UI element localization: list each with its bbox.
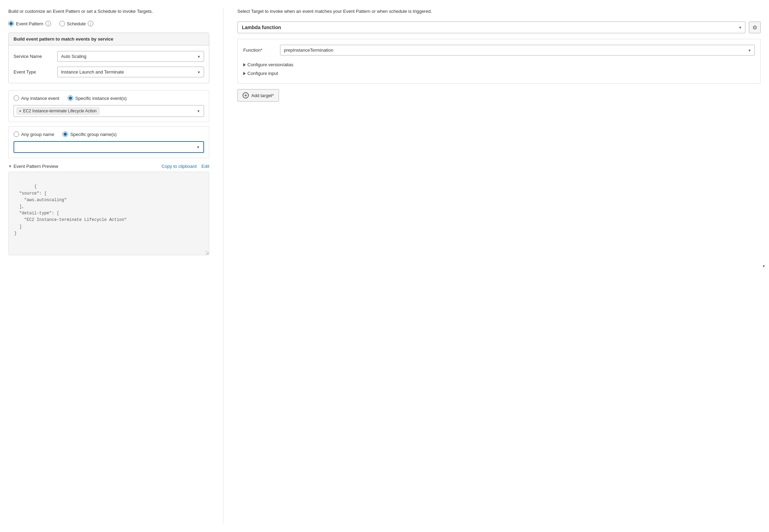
any-group-radio-label[interactable]: Any group name (14, 131, 54, 137)
target-row: Lambda function SQS Queue SNS Topic Kine… (237, 22, 761, 33)
service-name-label: Service Name (14, 54, 52, 59)
target-settings-button[interactable]: ⚙ (749, 22, 761, 33)
function-select-wrapper: prepInstanceTermination ▼ (280, 45, 755, 55)
pattern-preview-title-group: ▼ Event Pattern Preview (8, 164, 58, 169)
schedule-radio-label[interactable]: Schedule i (59, 21, 93, 26)
event-type-select[interactable]: Instance Launch and Terminate (57, 67, 204, 77)
configure-version-triangle-icon (243, 63, 246, 67)
lambda-config-box: Function* prepInstanceTermination ▼ Conf… (237, 39, 761, 84)
resize-handle-icon: ⌟ (205, 247, 208, 254)
configure-input-triangle-icon (243, 72, 246, 75)
add-target-plus-icon: + (243, 92, 249, 98)
source-radio-group: Event Pattern i Schedule i (8, 21, 209, 26)
configure-input-label: Configure input (247, 71, 278, 76)
event-pattern-radio-label[interactable]: Event Pattern i (8, 21, 51, 26)
required-star: * (261, 48, 262, 53)
pattern-preview-header: ▼ Event Pattern Preview Copy to clipboar… (8, 164, 209, 169)
right-panel: Select Target to invoke when an event ma… (223, 8, 761, 524)
any-group-label: Any group name (21, 132, 54, 137)
group-name-section: Any group name Specific group name(s) ▼ (8, 126, 209, 158)
schedule-radio[interactable] (59, 21, 65, 26)
event-type-label: Event Type (14, 69, 52, 75)
schedule-info-icon[interactable]: i (88, 21, 93, 26)
left-section-desc: Build or customize an Event Pattern or s… (8, 8, 209, 15)
settings-gear-icon: ⚙ (752, 24, 757, 31)
configure-version-label: Configure version/alias (247, 62, 293, 67)
instance-event-radio-group: Any instance event Specific instance eve… (14, 95, 204, 101)
event-pattern-radio[interactable] (8, 21, 14, 26)
target-type-select[interactable]: Lambda function SQS Queue SNS Topic Kine… (237, 22, 745, 33)
add-target-label: Add target* (251, 93, 274, 98)
build-pattern-body: Service Name Auto Scaling ▼ Event Type I… (9, 45, 209, 83)
copy-to-clipboard-button[interactable]: Copy to clipboard (161, 164, 196, 169)
specific-instance-radio-label[interactable]: Specific instance event(s) (68, 95, 127, 101)
function-select[interactable]: prepInstanceTermination (280, 45, 755, 55)
service-name-row: Service Name Auto Scaling ▼ (14, 51, 204, 62)
pattern-preview-chevron-icon[interactable]: ▼ (8, 164, 12, 168)
configure-version-row[interactable]: Configure version/alias (243, 60, 755, 69)
any-instance-radio[interactable] (14, 95, 19, 101)
service-name-select-wrapper: Auto Scaling ▼ (57, 51, 204, 62)
specific-group-label: Specific group name(s) (70, 132, 117, 137)
build-pattern-box: Build event pattern to match events by s… (8, 33, 209, 83)
service-name-select[interactable]: Auto Scaling (57, 51, 204, 62)
build-pattern-header-title: Build event pattern to match events by s… (14, 36, 113, 42)
target-select-wrapper: Lambda function SQS Queue SNS Topic Kine… (237, 22, 745, 33)
specific-group-radio-label[interactable]: Specific group name(s) (62, 131, 117, 137)
schedule-label: Schedule (67, 21, 86, 26)
configure-input-row[interactable]: Configure input (243, 69, 755, 78)
event-pattern-label: Event Pattern (16, 21, 43, 26)
specific-instance-label: Specific instance event(s) (75, 96, 127, 101)
specific-group-radio[interactable] (62, 131, 68, 137)
event-pattern-code-box: { "source": [ "aws.autoscaling" ], "deta… (8, 172, 209, 255)
instance-event-tag-select[interactable]: × EC2 Instance-terminate Lifecycle Actio… (14, 105, 204, 117)
function-label: Function* (243, 48, 274, 53)
instance-event-section: Any instance event Specific instance eve… (8, 90, 209, 122)
event-pattern-info-icon[interactable]: i (45, 21, 51, 26)
function-row: Function* prepInstanceTermination ▼ (243, 45, 755, 55)
specific-group-arrow-icon: ▼ (196, 145, 200, 149)
group-name-radio-group: Any group name Specific group name(s) (14, 131, 204, 137)
left-panel: Build or customize an Event Pattern or s… (8, 8, 223, 524)
any-instance-radio-label[interactable]: Any instance event (14, 95, 59, 101)
edit-button[interactable]: Edit (202, 164, 209, 169)
tag-select-arrow-icon: ▼ (197, 109, 200, 113)
event-type-select-wrapper: Instance Launch and Terminate ▼ (57, 67, 204, 77)
any-group-radio[interactable] (14, 131, 19, 137)
specific-group-select[interactable]: ▼ (14, 141, 204, 153)
tag-remove-icon[interactable]: × (19, 109, 21, 113)
right-section-desc: Select Target to invoke when an event ma… (237, 8, 761, 15)
specific-instance-radio[interactable] (68, 95, 73, 101)
event-type-row: Event Type Instance Launch and Terminate… (14, 67, 204, 77)
add-target-button[interactable]: + Add target* (237, 89, 279, 102)
pattern-preview-section: ▼ Event Pattern Preview Copy to clipboar… (8, 164, 209, 255)
event-pattern-code: { "source": [ "aws.autoscaling" ], "deta… (14, 184, 127, 235)
pattern-preview-actions: Copy to clipboard Edit (161, 164, 209, 169)
tag-label: EC2 Instance-terminate Lifecycle Action (23, 109, 96, 113)
build-pattern-header: Build event pattern to match events by s… (9, 33, 209, 45)
any-instance-label: Any instance event (21, 96, 59, 101)
instance-event-tag: × EC2 Instance-terminate Lifecycle Actio… (17, 108, 99, 114)
pattern-preview-title: Event Pattern Preview (14, 164, 58, 169)
